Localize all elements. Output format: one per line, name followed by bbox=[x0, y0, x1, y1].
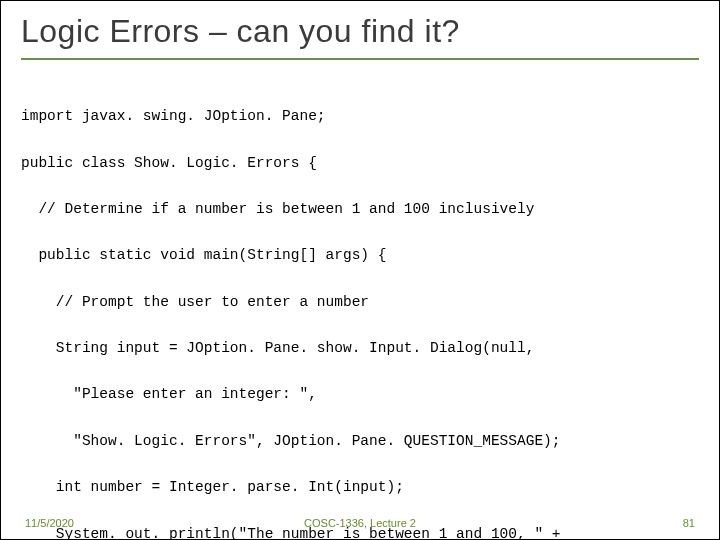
code-line: public static void main(String[] args) { bbox=[21, 244, 699, 267]
code-line: public class Show. Logic. Errors { bbox=[21, 152, 699, 175]
code-line: // Determine if a number is between 1 an… bbox=[21, 198, 699, 221]
code-block: import javax. swing. JOption. Pane; publ… bbox=[21, 82, 699, 540]
footer-page: 81 bbox=[683, 517, 695, 529]
code-line: int number = Integer. parse. Int(input); bbox=[21, 476, 699, 499]
code-line: "Please enter an integer: ", bbox=[21, 383, 699, 406]
footer: 11/5/2020 COSC-1336, Lecture 2 81 bbox=[1, 517, 719, 529]
footer-date: 11/5/2020 bbox=[25, 517, 74, 529]
code-line: // Prompt the user to enter a number bbox=[21, 291, 699, 314]
slide-title: Logic Errors – can you find it? bbox=[21, 13, 699, 60]
code-line: String input = JOption. Pane. show. Inpu… bbox=[21, 337, 699, 360]
slide: Logic Errors – can you find it? import j… bbox=[1, 1, 719, 539]
code-line: import javax. swing. JOption. Pane; bbox=[21, 105, 699, 128]
footer-center: COSC-1336, Lecture 2 bbox=[304, 517, 416, 529]
code-line: "Show. Logic. Errors", JOption. Pane. QU… bbox=[21, 430, 699, 453]
